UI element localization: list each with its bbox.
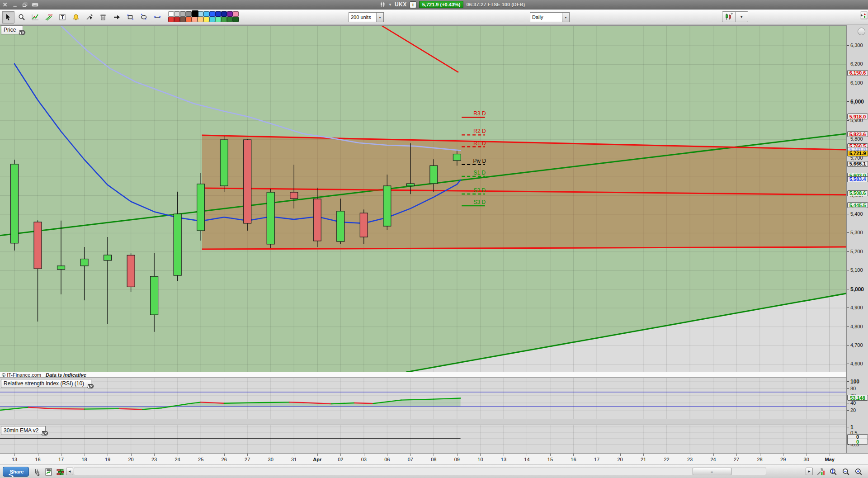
price-tick: 4,700 (850, 342, 863, 348)
price-badge: 5,445.5 (847, 202, 868, 208)
axis-settings-icon[interactable] (858, 28, 865, 35)
app-window: ▼ UKX i 5,721.9 (+0.43%) 06:37:27 FTSE 1… (0, 0, 868, 478)
color-swatch[interactable] (192, 10, 198, 17)
color-swatch[interactable] (168, 17, 174, 22)
color-swatch[interactable] (180, 11, 186, 17)
color-swatch[interactable] (198, 17, 203, 22)
candle-25 (197, 184, 205, 231)
color-swatch[interactable] (186, 11, 192, 17)
chart-wrench-icon[interactable] (816, 467, 826, 477)
trash-tool[interactable] (97, 11, 109, 24)
color-swatch[interactable] (192, 17, 198, 22)
color-swatch[interactable] (215, 11, 221, 17)
bricks-icon[interactable] (55, 467, 65, 477)
panel-collapse-icon[interactable] (859, 11, 868, 23)
price-chart[interactable]: R3 DR2 DR1 DPiv DS1 DS2 DS3 D (0, 25, 846, 372)
raff-channel-tool[interactable]: Raff (42, 11, 55, 24)
color-palette (168, 11, 245, 23)
price-tick: 4,800 (850, 324, 863, 329)
date-label: 22 (659, 457, 675, 462)
color-swatch[interactable] (227, 11, 233, 17)
color-swatch[interactable] (186, 17, 192, 22)
zoom-vertical-icon[interactable] (828, 467, 838, 477)
ema-tick: 1 (850, 424, 854, 431)
share-button[interactable]: Share (3, 467, 29, 477)
scrollbar-track[interactable] (74, 468, 766, 475)
color-swatch[interactable] (233, 11, 239, 17)
drawing-tools: RaffT (2, 11, 177, 24)
timeframe-caret-icon[interactable]: ▼ (562, 13, 569, 22)
candle-06 (383, 186, 391, 226)
date-label: 15 (542, 457, 558, 462)
price-axis[interactable]: 6,3006,2006,1006,0005,9005,8005,7005,600… (846, 25, 868, 453)
arrow-right-tool[interactable] (110, 11, 123, 24)
rsi-panel-label: Relative strength index (RSI) (10) (4, 380, 84, 387)
instrument-header: ▼ UKX i 5,721.9 (+0.43%) 06:37:27 FTSE 1… (379, 0, 525, 9)
color-swatch[interactable] (233, 17, 239, 22)
chart-area: R3 DR2 DR1 DPiv DS1 DS2 DS3 D Price © IT… (0, 24, 868, 464)
keyboard-icon[interactable] (32, 1, 38, 8)
cursor-tool[interactable] (2, 11, 14, 24)
chart-type-caret-icon[interactable]: ▼ (735, 12, 748, 22)
color-swatch[interactable] (215, 17, 221, 22)
minimize-window-icon[interactable] (12, 1, 19, 8)
price-tick: 5,100 (850, 267, 863, 273)
color-swatch[interactable] (227, 17, 233, 22)
rectangle-tool[interactable] (124, 11, 137, 24)
rsi-chart[interactable] (0, 378, 846, 419)
candle-23 (151, 276, 158, 315)
hline-tool[interactable] (151, 11, 164, 24)
alert-bell-tool[interactable] (70, 11, 82, 24)
date-label: 20 (123, 457, 139, 462)
indicator-tool[interactable] (29, 11, 42, 24)
date-label: 23 (682, 457, 698, 462)
scroll-left-button[interactable]: ◄ (66, 468, 73, 475)
rsi-tick: 40 (850, 400, 856, 406)
color-swatch[interactable] (174, 11, 180, 17)
date-label: 21 (636, 457, 651, 462)
price-tick: 6,200 (850, 61, 863, 66)
zoom-in-icon[interactable] (854, 467, 863, 477)
scroll-right-button[interactable]: ► (806, 468, 813, 475)
timeframe-dropdown[interactable]: Daily ▼ (530, 12, 570, 22)
candle-09 (453, 154, 461, 161)
units-caret-icon[interactable]: ▼ (376, 13, 383, 22)
color-swatch[interactable] (174, 17, 180, 22)
magnifier-tool[interactable] (15, 11, 28, 24)
copyright-label: © IT-Finance.com (2, 372, 41, 378)
color-swatch[interactable] (209, 17, 215, 22)
color-swatch[interactable] (221, 17, 227, 22)
chart-type-button[interactable]: ▼ (722, 11, 748, 22)
date-label: 17 (53, 457, 69, 462)
tools-tool[interactable] (83, 11, 96, 24)
price-tick: 6,300 (850, 43, 863, 48)
price-badge: 5,583.4 (847, 176, 868, 182)
ema-panel-tab: 30min EMA v2 (1, 426, 46, 435)
price-tick: 6,100 (850, 80, 863, 85)
date-label: 10 (472, 457, 488, 462)
svg-text:T: T (61, 14, 64, 20)
scrollbar-thumb[interactable]: ≡ (693, 468, 731, 475)
units-value: 200 units (349, 14, 376, 20)
zoom-out-icon[interactable] (841, 467, 851, 477)
color-swatch[interactable] (168, 11, 174, 17)
ellipse-tool[interactable] (137, 11, 150, 24)
close-window-icon[interactable] (2, 1, 9, 8)
restore-window-icon[interactable] (22, 1, 28, 8)
color-swatch[interactable] (221, 11, 227, 17)
info-icon[interactable]: i (410, 1, 416, 8)
ema-chart[interactable] (0, 425, 846, 453)
text-tool[interactable]: T (56, 11, 69, 24)
chart-doc-icon[interactable] (43, 467, 53, 477)
chevron-down-icon[interactable]: ▼ (388, 3, 392, 7)
symbol-label[interactable]: UKX (395, 1, 407, 8)
color-swatch[interactable] (203, 11, 209, 17)
copyright-bar: © IT-Finance.com Data is indicative (0, 372, 846, 378)
date-label: 24 (170, 457, 185, 462)
color-swatch[interactable] (203, 17, 209, 22)
date-axis: 13161718192023242526273031Apr02030607080… (0, 453, 868, 464)
color-swatch[interactable] (209, 11, 215, 17)
attach-icon[interactable] (32, 467, 42, 477)
units-dropdown[interactable]: 200 units ▼ (349, 12, 384, 22)
color-swatch[interactable] (180, 17, 186, 22)
